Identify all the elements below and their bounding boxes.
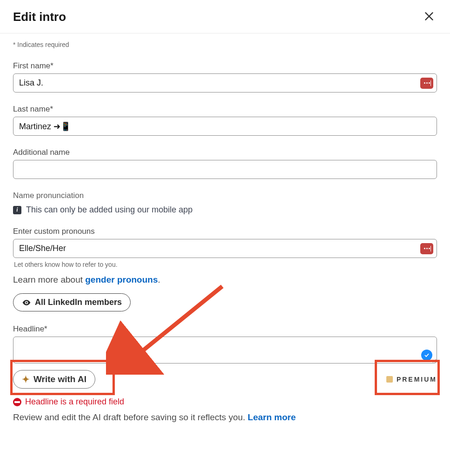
- pronouns-label: Enter custom pronouns: [13, 227, 437, 236]
- ai-learn-more-link[interactable]: Learn more: [248, 412, 296, 422]
- additional-name-field: Additional name: [13, 148, 437, 179]
- mobile-only-note-text: This can only be added using our mobile …: [26, 205, 192, 215]
- pronouns-learn-more: Learn more about gender pronouns.: [13, 275, 437, 285]
- first-name-input[interactable]: [13, 73, 437, 93]
- verified-check-icon: [421, 350, 432, 361]
- name-pronunciation-heading: Name pronunciation: [13, 191, 437, 200]
- last-name-label: Last name*: [13, 105, 437, 114]
- password-manager-icon[interactable]: [420, 78, 433, 89]
- headline-error: Headline is a required field: [13, 397, 437, 407]
- additional-name-input[interactable]: [13, 160, 437, 179]
- error-icon: [13, 398, 21, 406]
- first-name-label: First name*: [13, 61, 437, 71]
- premium-badge: PREMIUM: [386, 376, 437, 383]
- password-manager-icon[interactable]: [420, 243, 433, 254]
- premium-label: PREMIUM: [397, 376, 437, 383]
- write-with-ai-label: Write with AI: [33, 374, 86, 384]
- headline-label: Headline*: [13, 324, 437, 334]
- first-name-field: First name*: [13, 61, 437, 93]
- modal-title: Edit intro: [13, 10, 66, 24]
- pronouns-helper-text: Let others know how to refer to you.: [14, 261, 437, 268]
- visibility-button[interactable]: All LinkedIn members: [13, 293, 131, 311]
- name-pronunciation-section: Name pronunciation i This can only be ad…: [13, 191, 437, 215]
- headline-error-text: Headline is a required field: [25, 397, 124, 407]
- info-icon: i: [13, 206, 21, 214]
- modal-body: * Indicates required First name* Last na…: [0, 33, 450, 423]
- ai-review-note: Review and edit the AI draft before savi…: [13, 412, 437, 423]
- pronouns-input[interactable]: [13, 239, 437, 258]
- headline-input[interactable]: [13, 337, 437, 364]
- premium-icon: [386, 376, 393, 383]
- pronouns-field: Enter custom pronouns Let others know ho…: [13, 227, 437, 268]
- eye-icon: [22, 298, 31, 307]
- last-name-input[interactable]: [13, 117, 437, 136]
- ai-row: ✦ Write with AI PREMIUM: [13, 370, 437, 389]
- close-button[interactable]: [421, 8, 437, 26]
- headline-field: Headline*: [13, 324, 437, 364]
- edit-intro-modal: Edit intro * Indicates required First na…: [0, 0, 450, 445]
- mobile-only-note: i This can only be added using our mobil…: [13, 205, 437, 215]
- sparkle-icon: ✦: [22, 375, 30, 384]
- visibility-button-label: All LinkedIn members: [35, 298, 122, 307]
- additional-name-label: Additional name: [13, 148, 437, 157]
- write-with-ai-button[interactable]: ✦ Write with AI: [13, 370, 95, 389]
- required-indicator-note: * Indicates required: [13, 41, 437, 48]
- last-name-field: Last name*: [13, 105, 437, 136]
- close-icon: [423, 10, 435, 22]
- modal-header: Edit intro: [0, 0, 450, 33]
- gender-pronouns-link[interactable]: gender pronouns: [85, 275, 158, 284]
